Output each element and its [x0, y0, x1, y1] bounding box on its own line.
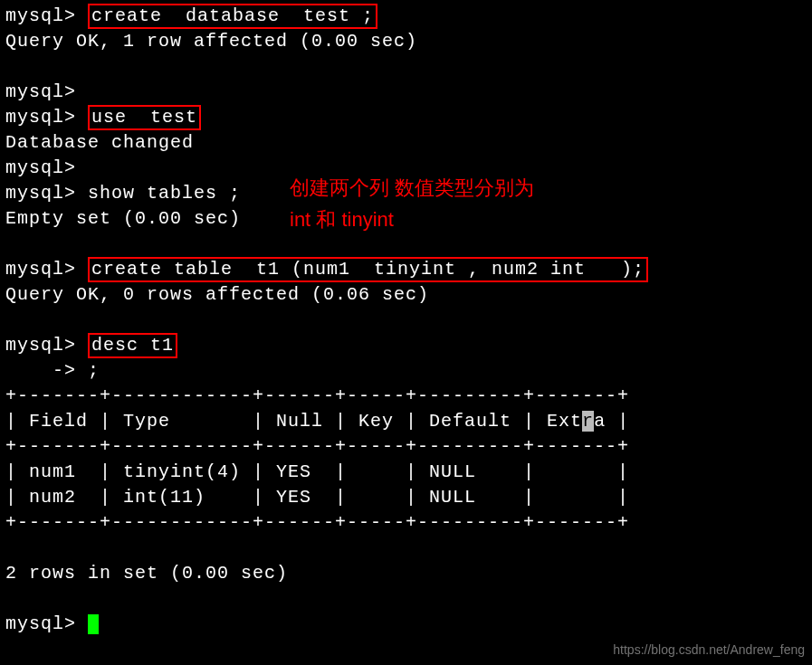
annotation-text: 创建两个列 数值类型分别为 int 和 tinyint [290, 172, 534, 235]
terminal-line: -> ; [5, 358, 807, 384]
table-border: +-------+------------+------+-----+-----… [5, 384, 807, 409]
terminal-line: mysql> use test [5, 105, 807, 130]
table-header: | Field | Type | Null | Key | Default | … [5, 409, 807, 434]
cmd-create-table: create table t1 (num1 tinyint , num2 int… [88, 257, 648, 282]
prompt: mysql> [5, 157, 76, 178]
table-border: +-------+------------+------+-----+-----… [5, 434, 807, 460]
cmd-use-test: use test [88, 105, 201, 130]
prompt: mysql> [5, 613, 76, 634]
terminal-line: mysql> create table t1 (num1 tinyint , n… [5, 257, 807, 282]
blank-line [5, 536, 807, 561]
table-summary: 2 rows in set (0.00 sec) [5, 561, 807, 586]
terminal-output: Query OK, 1 row affected (0.00 sec) [5, 29, 807, 54]
cmd-create-database: create database test ; [88, 4, 377, 29]
cursor-icon [88, 614, 99, 634]
watermark: https://blog.csdn.net/Andrew_feng [613, 641, 805, 660]
blank-line [5, 308, 807, 333]
prompt: mysql> [5, 335, 76, 356]
terminal-line: mysql> [5, 80, 807, 105]
prompt: mysql> [5, 5, 76, 26]
table-row: | num2 | int(11) | YES | | NULL | | [5, 485, 807, 510]
text-cursor: r [582, 411, 594, 432]
prompt: mysql> [5, 183, 76, 204]
terminal-line: mysql> create database test ; [5, 4, 807, 29]
annotation-line1: 创建两个列 数值类型分别为 [290, 172, 534, 204]
terminal-output: Database changed [5, 130, 807, 156]
prompt: mysql> [5, 81, 76, 102]
blank-line [5, 54, 807, 80]
cmd-desc-cont: ; [88, 360, 100, 381]
prompt: mysql> [5, 107, 76, 128]
table-row: | num1 | tinyint(4) | YES | | NULL | | [5, 460, 807, 485]
cmd-show-tables: show tables ; [88, 183, 241, 204]
cmd-desc-t1: desc t1 [88, 333, 177, 358]
prompt: mysql> [5, 259, 76, 280]
terminal-output: Query OK, 0 rows affected (0.06 sec) [5, 282, 807, 308]
terminal-line: mysql> desc t1 [5, 333, 807, 358]
table-border: +-------+------------+------+-----+-----… [5, 510, 807, 536]
terminal-line[interactable]: mysql> [5, 612, 807, 637]
blank-line [5, 586, 807, 612]
annotation-line2: int 和 tinyint [290, 204, 534, 235]
continuation-prompt: -> [5, 360, 76, 381]
